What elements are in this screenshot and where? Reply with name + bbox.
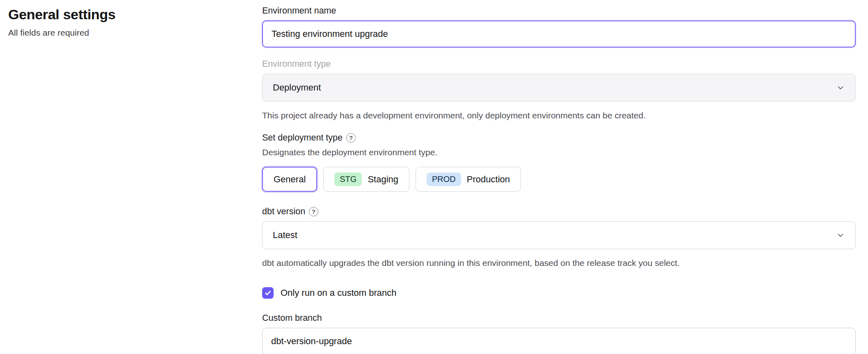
- environment-settings-page: General settings All fields are required…: [0, 0, 868, 354]
- deployment-type-general-label: General: [274, 174, 306, 185]
- question-circle-icon[interactable]: ?: [309, 207, 318, 216]
- custom-branch-checkbox[interactable]: [262, 287, 274, 299]
- deployment-type-general-button[interactable]: General: [262, 167, 317, 192]
- settings-form: Environment name Environment type Deploy…: [262, 6, 856, 354]
- custom-branch-label: Custom branch: [262, 313, 856, 323]
- dbt-version-group: dbt version ? Latest dbt automatically u…: [262, 206, 856, 269]
- custom-branch-group: Custom branch: [262, 313, 856, 354]
- environment-type-group: Environment type Deployment This project…: [262, 59, 856, 121]
- page-subtitle: All fields are required: [8, 28, 238, 38]
- custom-branch-checkbox-label: Only run on a custom branch: [281, 288, 396, 298]
- dbt-version-select[interactable]: Latest: [262, 221, 856, 249]
- dbt-version-label: dbt version ?: [262, 206, 856, 217]
- deployment-type-production-button[interactable]: PROD Production: [416, 167, 521, 192]
- dbt-version-helper: dbt automatically upgrades the dbt versi…: [262, 257, 856, 269]
- chevron-down-icon: [836, 83, 845, 92]
- environment-type-value: Deployment: [273, 82, 321, 93]
- deployment-type-group: Set deployment type ? Designates the dep…: [262, 133, 856, 192]
- deployment-type-description: Designates the deployment environment ty…: [262, 148, 856, 157]
- settings-header: General settings All fields are required: [8, 7, 238, 38]
- custom-branch-input[interactable]: [262, 328, 856, 354]
- custom-branch-checkbox-row: Only run on a custom branch: [262, 287, 856, 299]
- deployment-type-staging-label: Staging: [368, 174, 398, 185]
- staging-badge: STG: [334, 172, 362, 186]
- production-badge: PROD: [427, 172, 461, 186]
- chevron-down-icon: [836, 231, 845, 240]
- environment-type-label: Environment type: [262, 59, 856, 69]
- deployment-type-label-text: Set deployment type: [262, 133, 343, 143]
- environment-name-group: Environment name: [262, 6, 856, 48]
- page-title: General settings: [8, 7, 238, 23]
- environment-name-input[interactable]: [262, 20, 856, 48]
- deployment-type-options: General STG Staging PROD Production: [262, 167, 856, 192]
- deployment-type-production-label: Production: [467, 174, 510, 185]
- environment-type-helper: This project already has a development e…: [262, 110, 856, 121]
- question-circle-icon[interactable]: ?: [346, 133, 356, 143]
- environment-name-label: Environment name: [262, 6, 856, 16]
- dbt-version-label-text: dbt version: [262, 206, 305, 217]
- deployment-type-label: Set deployment type ?: [262, 133, 856, 143]
- dbt-version-value: Latest: [273, 230, 297, 241]
- deployment-type-staging-button[interactable]: STG Staging: [323, 167, 409, 192]
- environment-type-select[interactable]: Deployment: [262, 74, 856, 102]
- check-icon: [264, 289, 272, 297]
